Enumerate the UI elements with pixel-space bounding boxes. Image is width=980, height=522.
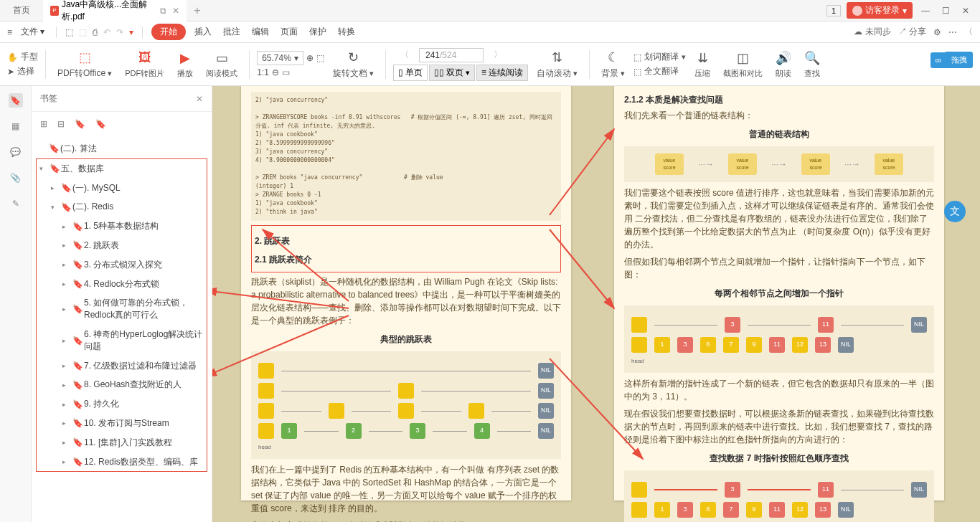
prev-page-icon[interactable]: 〈 (393, 49, 416, 61)
bookmark-nav-icon[interactable]: 🔖 (95, 119, 106, 129)
tab-duplicate-icon[interactable]: ⧉ (160, 6, 166, 16)
tree-arrow-icon[interactable]: ▸ (62, 305, 70, 313)
sidebar-close-icon[interactable]: ✕ (196, 94, 203, 104)
minimize-button[interactable]: — (918, 6, 933, 16)
tree-arrow-icon[interactable]: ▸ (51, 184, 58, 191)
pdf-to-office[interactable]: ⬚PDF转Office ▾ (53, 49, 116, 80)
double-page-view[interactable]: ▯▯双页 ▾ (429, 65, 475, 81)
continuous-view[interactable]: ≡连续阅读 (476, 65, 528, 81)
next-page-icon[interactable]: 〉 (486, 49, 509, 61)
page-input[interactable]: 241/524 (419, 48, 484, 62)
protect-tab[interactable]: 保护 (306, 26, 329, 38)
share-button[interactable]: ↗ 分享 (898, 26, 926, 38)
play-button[interactable]: ▶播放 (173, 50, 197, 79)
bookmark-item[interactable]: ▸🔖6. 神奇的HyperLoglog解决统计问题 (37, 325, 207, 356)
login-button[interactable]: 访客登录 ▾ (847, 2, 913, 19)
hand-tool[interactable]: ✋手型 (7, 51, 38, 63)
crop-compare[interactable]: ◫截图和对比 (719, 50, 767, 79)
find-button[interactable]: 🔍查找 (800, 50, 824, 79)
bookmark-item[interactable]: ▸🔖12. Redis数据类型、编码、库 (37, 452, 207, 472)
tree-arrow-icon[interactable]: ▸ (62, 242, 70, 249)
full-translate[interactable]: ⬚全文翻译 (633, 65, 686, 77)
home-button[interactable]: 首页 (0, 0, 43, 22)
bookmark-item[interactable]: ▸🔖10. 发布订阅与Stream (37, 414, 207, 433)
actual-size-icon[interactable]: 1:1 (257, 67, 269, 77)
open-icon[interactable]: ⬚ (65, 27, 73, 37)
tree-arrow-icon[interactable]: ▾ (39, 165, 47, 172)
auto-scroll[interactable]: ⇅自动滚动 ▾ (532, 49, 582, 80)
thumbnail-rail-icon[interactable]: ▦ (9, 119, 23, 133)
more-icon[interactable]: ⋯ (948, 27, 957, 37)
expand-all-icon[interactable]: ⊞ (40, 119, 47, 129)
tree-arrow-icon[interactable]: ▸ (62, 419, 70, 427)
tree-arrow-icon[interactable]: ▸ (62, 362, 70, 369)
tree-arrow-icon[interactable]: ▸ (62, 223, 70, 230)
comment-rail-icon[interactable]: 💬 (9, 145, 23, 159)
bookmark-item[interactable]: ▸🔖7. 亿级数据过滤和布隆过滤器 (37, 356, 207, 376)
collapse-ribbon-icon[interactable]: 〈 (964, 26, 973, 38)
edit-tab[interactable]: 编辑 (249, 26, 272, 38)
tree-arrow-icon[interactable]: ▸ (62, 337, 70, 344)
tree-arrow-icon[interactable]: ▸ (62, 381, 70, 389)
page-tab[interactable]: 页面 (278, 26, 301, 38)
zoom-level[interactable]: 65.74% ▾ (257, 51, 303, 65)
tree-arrow-icon[interactable]: ▸ (62, 280, 70, 288)
tree-arrow-icon[interactable]: ▸ (62, 261, 70, 268)
bookmark-item[interactable]: ▸🔖1. 5种基本数据结构 (37, 217, 207, 236)
close-button[interactable]: ✕ (958, 6, 973, 16)
read-aloud[interactable]: 🔊朗读 (771, 50, 796, 79)
bookmark-item[interactable]: ▸🔖9. 持久化 (37, 394, 207, 414)
fit-page-icon[interactable]: ▭ (282, 67, 290, 77)
settings-icon[interactable]: ⚙ (933, 27, 941, 37)
menu-icon[interactable]: ≡ (7, 27, 12, 37)
sync-status[interactable]: ☁ 未同步 (854, 26, 890, 38)
bookmark-item[interactable]: ▸🔖11. [集群]入门实践教程 (37, 433, 207, 452)
select-tool[interactable]: ➤选择 (7, 65, 38, 77)
tab-close-icon[interactable]: ✕ (172, 6, 179, 16)
document-tab[interactable]: P Java中高级核...全面解析.pdf ⧉ ✕ (43, 0, 187, 22)
signature-rail-icon[interactable]: ✎ (9, 196, 23, 211)
tree-arrow-icon[interactable]: ▾ (51, 204, 58, 211)
print-icon[interactable]: ⎙ (93, 27, 98, 37)
word-translate[interactable]: ⬚划词翻译 ▾ (633, 51, 686, 63)
zoom-out-icon[interactable]: ⊖ (272, 67, 279, 77)
save-icon[interactable]: ⬚ (79, 27, 87, 37)
start-tab[interactable]: 开始 (151, 24, 186, 40)
rotate-document[interactable]: ↻旋转文档 ▾ (329, 49, 378, 80)
dropdown-icon[interactable]: ▾ (129, 27, 133, 37)
bookmark-rail-icon[interactable]: 🔖 (9, 93, 23, 108)
tree-arrow-icon[interactable]: ▸ (62, 458, 70, 465)
cloud-drag-button[interactable]: ∞ 拖拽 (930, 52, 973, 68)
new-tab-button[interactable]: + (187, 4, 208, 17)
collapse-all-icon[interactable]: ⊟ (57, 119, 65, 129)
pdf-to-picture[interactable]: 🖼PDF转图片 (121, 50, 169, 79)
convert-tab[interactable]: 转换 (335, 26, 358, 38)
compress-button[interactable]: ⇊压缩 (690, 50, 715, 79)
bookmark-item[interactable]: ▸🔖4. Redlock分布式锁 (37, 275, 207, 294)
read-mode[interactable]: ▭阅读模式 (202, 50, 242, 79)
tree-arrow-icon[interactable]: ▸ (62, 401, 70, 408)
undo-icon[interactable]: ↶ (103, 27, 110, 37)
bookmark-item[interactable]: ▸🔖3. 分布式锁深入探究 (37, 255, 207, 275)
bookmark-item[interactable]: ▾🔖(二). Redis (37, 197, 207, 217)
translate-float-button[interactable]: 文 (944, 201, 966, 222)
bookmark-item[interactable]: 🔖(二). 算法 (36, 139, 207, 158)
redo-icon[interactable]: ↷ (116, 27, 123, 37)
bookmark-item[interactable]: ▾🔖五、数据库 (37, 159, 207, 179)
tree-arrow-icon[interactable]: ▸ (62, 439, 70, 446)
annotate-tab[interactable]: 批注 (220, 26, 243, 38)
bookmark-item[interactable]: ▸🔖5. 如何做可靠的分布式锁，Redlock真的可行么 (37, 293, 207, 325)
single-page-view[interactable]: ▯单页 (393, 65, 428, 81)
attachment-rail-icon[interactable]: 📎 (9, 171, 23, 185)
bookmark-item[interactable]: ▸🔖8. GeoHash查找附近的人 (37, 375, 207, 394)
maximize-button[interactable]: ☐ (938, 6, 953, 16)
paragraph: 我们需要这个链表按照 score 值进行排序，这也就意味着，当我们需要添加新的元… (624, 186, 934, 251)
bookmark-item[interactable]: ▸🔖2. 跳跃表 (37, 236, 207, 255)
background-button[interactable]: ☾背景 ▾ (597, 49, 629, 80)
file-menu[interactable]: 文件 ▾ (18, 26, 47, 38)
zoom-in-icon[interactable]: ⊕ (306, 53, 314, 63)
insert-tab[interactable]: 插入 (192, 26, 215, 38)
bookmark-add-icon[interactable]: 🔖 (75, 119, 85, 129)
bookmark-item[interactable]: ▸🔖(一). MySQL (37, 179, 207, 198)
fit-width-icon[interactable]: ⬚ (316, 53, 324, 63)
